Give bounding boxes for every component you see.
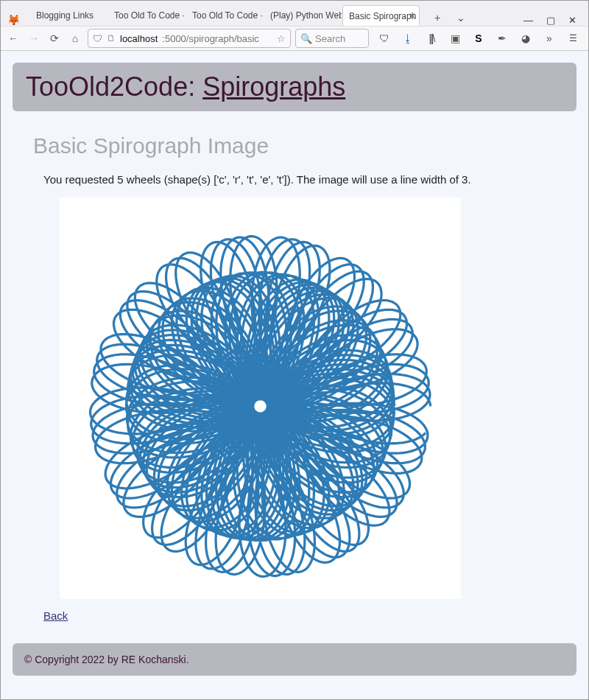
search-box[interactable]: 🔍 Search — [295, 29, 369, 48]
greasemonkey-icon[interactable]: ◕ — [518, 30, 534, 46]
menu-icon[interactable]: ☰ — [565, 30, 581, 46]
spirograph-svg — [60, 197, 461, 599]
tab-label: Too Old To Code · Ric — [192, 10, 264, 21]
tab-label: Blogging Links — [36, 10, 94, 21]
tab-play-python[interactable]: (Play) Python Web A — [264, 5, 342, 26]
spirograph-image — [60, 197, 461, 599]
ublock-icon[interactable]: 🛡 — [376, 30, 392, 46]
firefox-icon: 🦊 — [4, 14, 23, 26]
eyedropper-icon[interactable]: ✒ — [494, 30, 510, 46]
page-heading: Basic Spirograph Image — [33, 133, 576, 158]
search-placeholder: Search — [315, 33, 345, 44]
library-icon[interactable]: |||\ — [423, 30, 440, 46]
extension-s-icon[interactable]: S — [470, 30, 487, 46]
tab-blogging-links[interactable]: Blogging Links — [30, 5, 107, 26]
overflow-icon[interactable]: » — [541, 30, 557, 46]
url-bar[interactable]: 🛡 🗋 localhost:5000/spirograph/basic ☆ — [88, 29, 291, 48]
search-icon: 🔍 — [300, 33, 312, 44]
browser-toolbar: ← → ⟳ ⌂ 🛡 🗋 localhost:5000/spirograph/ba… — [1, 26, 588, 51]
back-link[interactable]: Back — [43, 609, 68, 622]
window-controls: — ▢ ✕ — [515, 15, 585, 26]
site-banner: TooOld2Code: Spirographs — [13, 63, 576, 111]
tab-basic-spirograph[interactable]: Basic Spirograph Im ✕ — [342, 5, 420, 26]
banner-prefix: TooOld2Code: — [26, 71, 202, 102]
shield-icon: 🛡 — [93, 33, 102, 44]
browser-tab-strip: 🦊 Blogging Links Too Old To Code · Ric T… — [1, 1, 588, 26]
tab-actions: + ⌄ — [425, 10, 473, 26]
tab-label: (Play) Python Web A — [270, 10, 342, 21]
new-tab-button[interactable]: + — [429, 10, 445, 26]
home-button[interactable]: ⌂ — [67, 30, 83, 46]
banner-link[interactable]: Spirographs — [202, 71, 345, 102]
lock-off-icon: 🗋 — [107, 33, 116, 43]
back-button[interactable]: ← — [5, 30, 21, 46]
bookmark-star-icon[interactable]: ☆ — [277, 33, 286, 44]
tab-too-old-1[interactable]: Too Old To Code · Ric — [108, 5, 186, 26]
reload-button[interactable]: ⟳ — [46, 30, 63, 46]
download-icon[interactable]: ⭳ — [400, 30, 416, 46]
window-close-button[interactable]: ✕ — [568, 15, 576, 26]
list-tabs-button[interactable]: ⌄ — [453, 10, 469, 26]
toolbar-right: 🛡 ⭳ |||\ ▣ S ✒ ◕ » ☰ — [373, 30, 584, 46]
url-path: :5000/spirograph/basic — [162, 33, 259, 44]
forward-button[interactable]: → — [26, 30, 42, 46]
page-viewport: TooOld2Code: Spirographs Basic Spirograp… — [1, 51, 588, 700]
window-maximize-button[interactable]: ▢ — [546, 15, 555, 26]
request-description: You requested 5 wheels (shape(s) ['c', '… — [43, 173, 576, 186]
page-footer: © Copyright 2022 by RE Kochanski. — [13, 643, 576, 676]
tab-label: Too Old To Code · Ric — [114, 10, 186, 21]
url-host: localhost — [120, 33, 158, 44]
reader-icon[interactable]: ▣ — [447, 30, 463, 46]
close-tab-icon[interactable]: ✕ — [409, 11, 416, 21]
tab-too-old-2[interactable]: Too Old To Code · Ric — [186, 5, 264, 26]
window-minimize-button[interactable]: — — [523, 15, 533, 26]
